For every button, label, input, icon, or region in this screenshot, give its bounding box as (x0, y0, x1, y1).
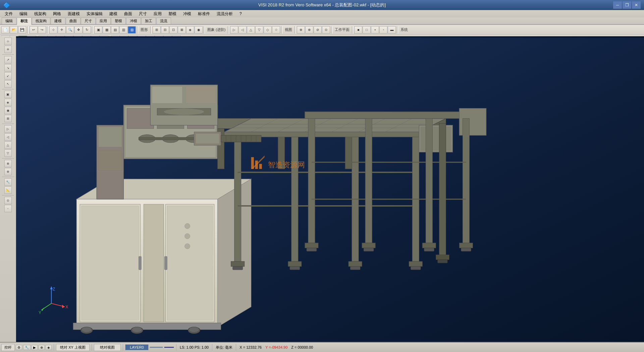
sb-btn4[interactable]: ⊕ (39, 345, 45, 350)
tb-c3[interactable]: ⊡ (169, 26, 177, 34)
tb-f5[interactable]: ▬ (388, 26, 396, 34)
tb-d4[interactable]: ▽ (255, 26, 263, 34)
left-btn-13[interactable]: △ (4, 141, 12, 149)
svg-rect-109 (459, 243, 473, 248)
tab-plastic[interactable]: 塑模 (111, 17, 126, 24)
tb-e3[interactable]: ⊘ (314, 26, 322, 34)
left-btn-12[interactable]: ◁ (4, 133, 12, 141)
tb-d1[interactable]: ▷ (230, 26, 238, 34)
menu-grid[interactable]: 网格 (50, 10, 64, 18)
tb-open[interactable]: 📂 (10, 26, 18, 34)
tb-b3[interactable]: ▤ (111, 26, 119, 34)
svg-rect-101 (307, 248, 317, 251)
menu-edit[interactable]: 编辑 (16, 10, 31, 18)
minimize-button[interactable]: ─ (613, 1, 622, 9)
menu-help[interactable]: ? (236, 10, 245, 17)
tb-rotate[interactable]: ↻ (83, 26, 91, 34)
sb-btn5[interactable]: ◈ (46, 345, 52, 350)
tb-c5[interactable]: ◈ (186, 26, 194, 34)
left-btn-8[interactable]: ◈ (4, 99, 12, 106)
left-btn-14[interactable]: ▽ (4, 149, 12, 157)
tab-wireframe[interactable]: 线架构 (32, 17, 50, 24)
menu-stamping[interactable]: 冲模 (180, 10, 194, 18)
left-panel: ⊹ ✛ ↗ ↘ ↙ ↖ ▣ ◈ ◉ ⊞ ▷ ◁ △ ▽ ⊕ ⊗ 🔧 📐 ⊙ ◦ (0, 36, 16, 342)
tab-dim[interactable]: 尺寸 (81, 17, 96, 24)
menu-dimension[interactable]: 尺寸 (136, 10, 150, 18)
left-btn-9[interactable]: ◉ (4, 107, 12, 114)
left-btn-2[interactable]: ✛ (4, 46, 12, 53)
tab-edit[interactable]: 编辑 (2, 17, 16, 24)
tb-b4[interactable]: ▥ (119, 26, 127, 34)
sb-btn1[interactable]: ⚙ (16, 345, 22, 350)
tb-b2[interactable]: ▦ (103, 26, 111, 34)
left-btn-5[interactable]: ↙ (4, 72, 12, 80)
tb-b5[interactable]: ▨ (128, 26, 136, 34)
tb-d6[interactable]: ☆ (272, 26, 280, 34)
tab-machining[interactable]: 加工 (141, 17, 156, 24)
menu-modeling[interactable]: 建模 (106, 10, 120, 18)
left-btn-17[interactable]: 🔧 (4, 178, 12, 186)
tb-f1[interactable]: ■ (354, 26, 362, 34)
tb-select2[interactable]: ✛ (58, 26, 66, 34)
menu-standard[interactable]: 标准件 (195, 10, 213, 18)
left-btn-11[interactable]: ▷ (4, 125, 12, 133)
tb-new[interactable]: 📄 (1, 26, 9, 34)
tb-f3[interactable]: ▪ (371, 26, 379, 34)
title-icons: 🔷 (3, 2, 10, 8)
sb-color-btn[interactable] (164, 347, 174, 348)
left-btn-3[interactable]: ↗ (4, 56, 12, 63)
left-btn-6[interactable]: ↖ (4, 80, 12, 88)
menu-file[interactable]: 文件 (2, 10, 16, 18)
tb-f4[interactable]: ▫ (379, 26, 387, 34)
left-btn-18[interactable]: 📐 (4, 186, 12, 194)
sb-btn2[interactable]: 🔧 (23, 345, 31, 350)
sb-layer-btn[interactable] (150, 347, 163, 348)
tb-c6[interactable]: ◉ (195, 26, 203, 34)
tb-zoom[interactable]: 🔍 (66, 26, 74, 34)
tb-f2[interactable]: □ (363, 26, 371, 34)
sb-btn3[interactable]: ▶ (32, 345, 38, 350)
menu-curve[interactable]: 曲面 (121, 10, 135, 18)
left-btn-15[interactable]: ⊕ (4, 160, 12, 167)
menu-plastic[interactable]: 塑模 (165, 10, 179, 18)
tb-e4[interactable]: ⊙ (322, 26, 330, 34)
tb-redo[interactable]: ↪ (38, 26, 46, 34)
restore-button[interactable]: ❐ (623, 1, 631, 9)
svg-rect-103 (362, 243, 375, 248)
tab-annotation[interactable]: 标注 (17, 17, 32, 25)
left-btn-1[interactable]: ⊹ (4, 38, 12, 45)
menu-apply[interactable]: 应用 (151, 10, 165, 18)
tb-save[interactable]: 💾 (18, 26, 26, 34)
tab-stamp[interactable]: 冲模 (126, 17, 141, 24)
menu-surface-edit[interactable]: 面建模 (65, 10, 83, 18)
tab-curve[interactable]: 曲面 (66, 17, 80, 24)
tb-b1[interactable]: ▣ (94, 26, 102, 34)
svg-rect-9 (167, 206, 212, 320)
tb-c2[interactable]: ⊟ (161, 26, 169, 34)
tb-undo[interactable]: ↩ (30, 26, 38, 34)
left-btn-16[interactable]: ⊗ (4, 168, 12, 175)
tb-d3[interactable]: △ (247, 26, 255, 34)
left-btn-19[interactable]: ⊙ (4, 197, 12, 204)
menu-flow[interactable]: 流流分析 (214, 10, 236, 18)
left-btn-4[interactable]: ↘ (4, 64, 12, 72)
tb-d2[interactable]: ◁ (238, 26, 247, 34)
tb-pan[interactable]: ✥ (74, 26, 83, 34)
tb-c1[interactable]: ⊞ (153, 26, 161, 34)
left-btn-20[interactable]: ◦ (4, 205, 12, 212)
tb-e2[interactable]: ⊗ (305, 26, 313, 34)
tab-apply[interactable]: 应用 (96, 17, 111, 24)
svg-rect-37 (139, 137, 202, 140)
main-viewport[interactable]: 智造资源网 Z Y X (16, 36, 644, 342)
menu-solid-edit[interactable]: 实体编辑 (84, 10, 106, 18)
left-btn-7[interactable]: ▣ (4, 91, 12, 98)
left-btn-10[interactable]: ⊞ (4, 115, 12, 122)
tab-flow[interactable]: 流流 (156, 17, 171, 24)
tb-e1[interactable]: ⊕ (297, 26, 305, 34)
tab-modeling[interactable]: 建模 (51, 17, 65, 24)
menu-wireframe[interactable]: 线架构 (31, 10, 49, 18)
tb-c4[interactable]: ⊠ (178, 26, 186, 34)
tb-select[interactable]: ⊹ (49, 26, 57, 34)
close-button[interactable]: ✕ (632, 1, 641, 9)
tb-d5[interactable]: ◇ (264, 26, 272, 34)
